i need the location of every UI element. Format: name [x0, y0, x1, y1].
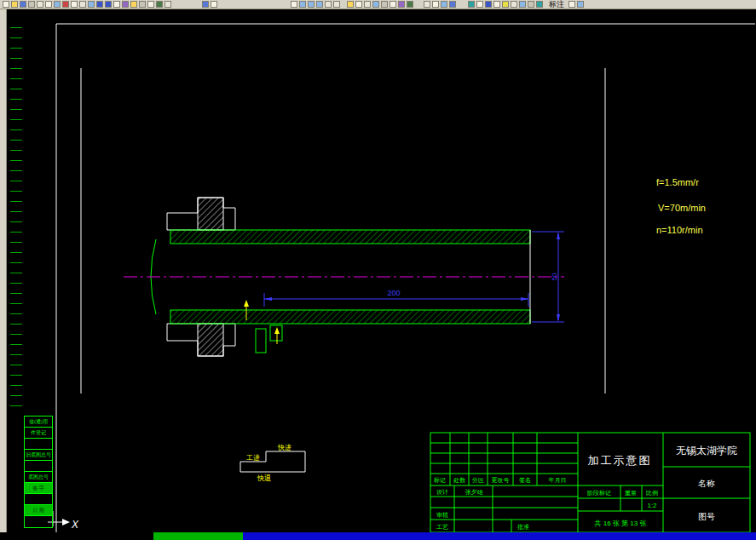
- zoom-in-icon[interactable]: [325, 1, 332, 8]
- status-bar: [0, 532, 756, 540]
- standards-icon[interactable]: [528, 1, 534, 8]
- layer-toggle-icon[interactable]: [476, 1, 483, 8]
- table-icon[interactable]: [147, 1, 154, 8]
- help-icon[interactable]: [202, 1, 209, 8]
- toolbar-group-file: [2, 0, 172, 9]
- rapid-return-label: 快退: [257, 474, 271, 482]
- feed-cycle-diagram: 快进 工进 快退: [240, 444, 305, 482]
- design-label: 设计: [436, 489, 448, 495]
- drawing-canvas-area[interactable]: 200 50 f=1.5mm/r: [7, 9, 756, 532]
- approve-label: 批准: [517, 524, 529, 531]
- spindle-speed-text: n=110r/min: [656, 225, 703, 235]
- side-table-row: [25, 494, 52, 505]
- ortho-icon[interactable]: [432, 1, 439, 8]
- linear-dimension-icon[interactable]: [568, 1, 575, 8]
- cutting-speed-text: V=70m/min: [658, 203, 706, 213]
- rev-header-signature: 签名: [519, 477, 531, 484]
- cad-application-window: 标注: [0, 0, 756, 540]
- rev-header-date: 年月日: [549, 477, 567, 484]
- zoom-out-icon[interactable]: [333, 1, 340, 8]
- side-table-row: [25, 439, 52, 450]
- name-label: 名称: [698, 479, 715, 488]
- workspace-icon[interactable]: [536, 1, 543, 8]
- cut-icon[interactable]: [62, 1, 69, 8]
- designer-name: 张夕雄: [465, 489, 483, 496]
- title-block-labels: 标记 处数 分区 更改号 签名 年月日 设计 张夕雄 审核 工艺 批准 阶段标记…: [433, 477, 658, 531]
- side-table-row: 旧底图总号: [25, 450, 52, 461]
- text-style-icon[interactable]: [511, 1, 517, 8]
- side-table-row: 底图总号: [25, 472, 52, 483]
- rev-header-count: 处数: [453, 477, 466, 484]
- rev-header-zone: 分区: [471, 477, 484, 483]
- refresh-icon[interactable]: [211, 1, 217, 8]
- text-icon[interactable]: [139, 1, 146, 8]
- side-table-row: 件登记: [25, 428, 52, 439]
- status-bar-left-segment: [0, 532, 153, 540]
- zoom-previous-icon[interactable]: [316, 1, 323, 8]
- aligned-dimension-icon[interactable]: [577, 1, 584, 8]
- toolbar: 标注: [0, 0, 756, 9]
- linetype-bylayer-icon[interactable]: [493, 1, 500, 8]
- undo-icon[interactable]: [96, 1, 103, 8]
- dim-style-icon[interactable]: [519, 1, 526, 8]
- side-annotation-table: 借(通)用 件登记 旧底图总号 底图总号 签 字 日 期: [24, 416, 53, 528]
- pan-icon[interactable]: [291, 1, 297, 8]
- toolbar-group-style: [467, 0, 544, 9]
- insert-block-icon[interactable]: [122, 1, 129, 8]
- scale-value: 1:2: [647, 502, 657, 509]
- plot-style-icon[interactable]: [407, 1, 413, 8]
- layer-previous-icon[interactable]: [372, 1, 379, 8]
- new-file-icon[interactable]: [3, 1, 9, 8]
- save-icon[interactable]: [20, 1, 26, 8]
- linetype-icon[interactable]: [381, 1, 388, 8]
- color-control-icon[interactable]: [398, 1, 405, 8]
- toolbar-group-layer: [346, 0, 414, 9]
- status-bar-blue-segment: [243, 532, 756, 540]
- grid-icon[interactable]: [441, 1, 447, 8]
- make-layer-current-icon[interactable]: [364, 1, 371, 8]
- match-properties-icon[interactable]: [88, 1, 95, 8]
- publish-icon[interactable]: [45, 1, 52, 8]
- cutting-parameters: f=1.5mm/r V=70m/min n=110r/min: [656, 177, 706, 235]
- layer-color-swatch-icon[interactable]: [468, 1, 475, 8]
- toolbar-group-dim: [568, 0, 585, 9]
- stage-mark-label: 阶段标记: [587, 490, 611, 497]
- zoom-realtime-icon[interactable]: [299, 1, 306, 8]
- cutting-tool: [244, 300, 282, 353]
- layer-properties-icon[interactable]: [347, 1, 354, 8]
- feed-rate-text: f=1.5mm/r: [656, 177, 699, 187]
- plot-icon[interactable]: [28, 1, 35, 8]
- toolbar-group-zoom: [290, 0, 341, 9]
- side-table-row: [25, 516, 52, 527]
- scale-label: 比例: [646, 490, 658, 497]
- drawing-number-label: 图号: [698, 512, 715, 521]
- side-table-row: 签 字: [25, 483, 52, 494]
- paste-icon[interactable]: [79, 1, 86, 8]
- plot-preview-icon[interactable]: [37, 1, 43, 8]
- diameter-dimension-text: 50: [551, 273, 558, 280]
- measure-icon[interactable]: [156, 1, 163, 8]
- length-dimension-text: 200: [387, 289, 400, 297]
- sheet-count: 共 16 张 第 13 张: [595, 520, 647, 527]
- rev-header-mark: 标记: [433, 477, 446, 484]
- status-bar-green-segment: [153, 532, 243, 540]
- calculator-icon[interactable]: [164, 1, 171, 8]
- hyperlink-icon[interactable]: [113, 1, 120, 8]
- drawing-svg[interactable]: 200 50 f=1.5mm/r: [7, 9, 756, 532]
- polar-tracking-icon[interactable]: [449, 1, 456, 8]
- drawing-title: 加工示意图: [588, 454, 652, 467]
- side-table-row: 借(通)用: [25, 416, 52, 428]
- copy-icon[interactable]: [71, 1, 78, 8]
- lineweight-icon[interactable]: [390, 1, 396, 8]
- current-color-icon[interactable]: [502, 1, 509, 8]
- color-bylayer-icon[interactable]: [485, 1, 492, 8]
- title-block-titles: 加工示意图 无锡太湖学院 名称 图号: [588, 445, 738, 521]
- find-icon[interactable]: [54, 1, 61, 8]
- hatch-icon[interactable]: [130, 1, 137, 8]
- redo-icon[interactable]: [105, 1, 112, 8]
- open-file-icon[interactable]: [11, 1, 18, 8]
- toolbar-group-snap: [423, 0, 457, 9]
- layer-states-icon[interactable]: [355, 1, 362, 8]
- object-snap-icon[interactable]: [424, 1, 430, 8]
- zoom-window-icon[interactable]: [308, 1, 315, 8]
